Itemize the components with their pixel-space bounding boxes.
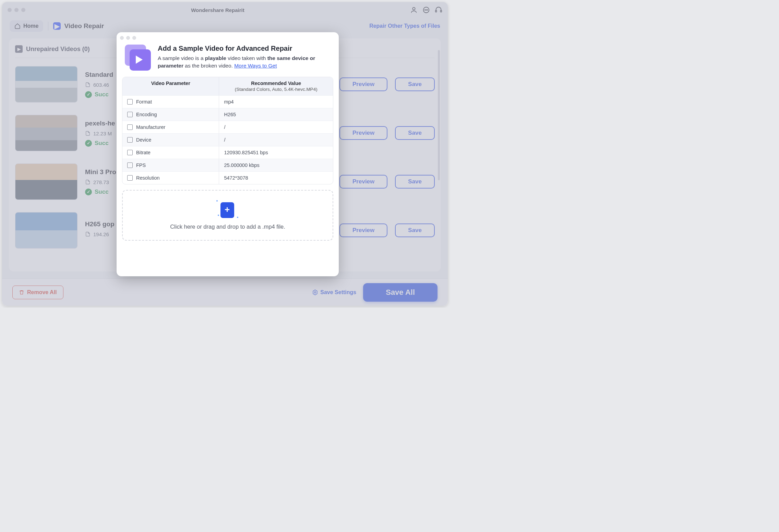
param-icon xyxy=(127,112,133,117)
param-icon xyxy=(127,137,133,143)
main-window: Wondershare Repairit Home ▶ Video Repair… xyxy=(2,2,448,306)
table-row: Device/ xyxy=(122,133,333,146)
table-head-value: Recommended Value (Standard Colors, Auto… xyxy=(219,77,333,95)
parameter-table: Video Parameter Recommended Value (Stand… xyxy=(122,77,333,184)
table-row: FPS25.000000 kbps xyxy=(122,159,333,171)
modal-description: A sample video is a playable video taken… xyxy=(158,55,331,70)
param-label: Resolution xyxy=(136,175,160,181)
advanced-repair-modal: Add a Sample Video for Advanced Repair A… xyxy=(117,32,339,276)
param-value: / xyxy=(219,134,333,146)
modal-title: Add a Sample Video for Advanced Repair xyxy=(158,45,331,52)
param-icon xyxy=(127,162,133,168)
modal-window-controls[interactable] xyxy=(117,32,339,43)
param-icon xyxy=(127,175,133,181)
param-value: mp4 xyxy=(219,96,333,108)
table-head-parameter: Video Parameter xyxy=(122,77,219,95)
add-file-icon xyxy=(218,201,237,219)
sample-video-icon xyxy=(125,45,152,71)
param-label: Manufacturer xyxy=(136,124,165,130)
dropzone[interactable]: Click here or drag and drop to add a .mp… xyxy=(122,190,333,241)
param-icon xyxy=(127,124,133,130)
table-row: Resolution5472*3078 xyxy=(122,171,333,184)
more-ways-link[interactable]: More Ways to Get xyxy=(234,63,277,69)
table-row: Bitrate120930.825451 bps xyxy=(122,146,333,159)
param-label: Bitrate xyxy=(136,150,151,155)
param-label: FPS xyxy=(136,162,146,168)
dropzone-label: Click here or drag and drop to add a .mp… xyxy=(170,223,285,230)
param-icon xyxy=(127,150,133,155)
table-row: Manufacturer/ xyxy=(122,121,333,133)
param-value: 25.000000 kbps xyxy=(219,159,333,171)
param-value: 5472*3078 xyxy=(219,172,333,184)
param-label: Device xyxy=(136,137,151,143)
param-value: / xyxy=(219,121,333,133)
param-label: Encoding xyxy=(136,112,157,117)
param-value: H265 xyxy=(219,108,333,121)
param-icon xyxy=(127,99,133,105)
param-label: Format xyxy=(136,99,152,105)
param-value: 120930.825451 bps xyxy=(219,146,333,159)
table-row: Formatmp4 xyxy=(122,95,333,108)
table-row: EncodingH265 xyxy=(122,108,333,121)
